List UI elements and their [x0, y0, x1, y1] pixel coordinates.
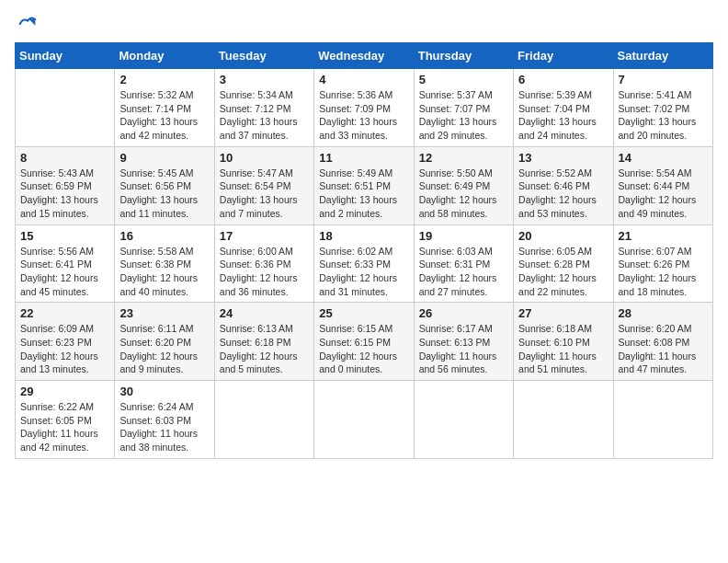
day-info: Sunrise: 6:20 AM Sunset: 6:08 PM Dayligh… — [619, 322, 708, 376]
sunset-text: Sunset: 6:08 PM — [619, 337, 690, 348]
daylight-text: Daylight: 13 hours and 7 minutes. — [220, 194, 298, 219]
day-info: Sunrise: 5:32 AM Sunset: 7:14 PM Dayligh… — [119, 88, 209, 143]
calendar-cell — [414, 381, 513, 459]
calendar-cell: 6 Sunrise: 5:39 AM Sunset: 7:04 PM Dayli… — [514, 69, 613, 147]
sunrise-text: Sunrise: 5:45 AM — [119, 167, 193, 178]
day-info: Sunrise: 6:00 AM Sunset: 6:36 PM Dayligh… — [220, 245, 309, 299]
sunset-text: Sunset: 6:54 PM — [220, 180, 291, 191]
sunrise-text: Sunrise: 6:05 AM — [518, 246, 592, 257]
sunrise-text: Sunrise: 6:03 AM — [419, 246, 493, 257]
calendar-cell: 15 Sunrise: 5:56 AM Sunset: 6:41 PM Dayl… — [16, 224, 115, 303]
calendar-cell: 4 Sunrise: 5:36 AM Sunset: 7:09 PM Dayli… — [314, 69, 414, 147]
page-header — [15, 15, 713, 33]
calendar-cell: 3 Sunrise: 5:34 AM Sunset: 7:12 PM Dayli… — [214, 69, 313, 147]
day-number: 23 — [119, 306, 209, 320]
day-info: Sunrise: 6:15 AM Sunset: 6:15 PM Dayligh… — [319, 322, 408, 376]
sunrise-text: Sunrise: 5:56 AM — [20, 246, 94, 257]
day-info: Sunrise: 5:34 AM Sunset: 7:12 PM Dayligh… — [220, 88, 309, 143]
calendar-cell: 2 Sunrise: 5:32 AM Sunset: 7:14 PM Dayli… — [115, 69, 214, 147]
calendar-cell: 7 Sunrise: 5:41 AM Sunset: 7:02 PM Dayli… — [613, 69, 712, 147]
daylight-text: Daylight: 12 hours and 13 minutes. — [20, 350, 98, 375]
sunset-text: Sunset: 6:59 PM — [20, 180, 92, 191]
calendar-cell: 10 Sunrise: 5:47 AM Sunset: 6:54 PM Dayl… — [214, 146, 313, 224]
sunrise-text: Sunrise: 6:20 AM — [619, 323, 692, 334]
calendar-cell — [613, 381, 712, 459]
day-number: 29 — [20, 385, 109, 398]
daylight-text: Daylight: 13 hours and 2 minutes. — [319, 194, 397, 219]
sunset-text: Sunset: 6:46 PM — [518, 180, 590, 191]
calendar-cell: 27 Sunrise: 6:18 AM Sunset: 6:10 PM Dayl… — [514, 303, 613, 381]
calendar-cell: 17 Sunrise: 6:00 AM Sunset: 6:36 PM Dayl… — [214, 224, 313, 303]
calendar-cell: 28 Sunrise: 6:20 AM Sunset: 6:08 PM Dayl… — [613, 303, 712, 381]
day-info: Sunrise: 5:41 AM Sunset: 7:02 PM Dayligh… — [619, 88, 708, 143]
day-number: 16 — [119, 229, 209, 243]
sunset-text: Sunset: 6:05 PM — [20, 415, 92, 426]
sunrise-text: Sunrise: 6:15 AM — [319, 323, 392, 334]
sunset-text: Sunset: 7:14 PM — [119, 103, 191, 114]
calendar-cell: 23 Sunrise: 6:11 AM Sunset: 6:20 PM Dayl… — [115, 303, 214, 381]
day-of-week-header: Sunday — [16, 43, 115, 69]
day-number: 15 — [20, 229, 109, 243]
day-info: Sunrise: 5:56 AM Sunset: 6:41 PM Dayligh… — [20, 245, 109, 299]
sunset-text: Sunset: 6:44 PM — [619, 180, 690, 191]
sunset-text: Sunset: 6:18 PM — [220, 337, 291, 348]
day-number: 14 — [619, 151, 708, 165]
daylight-text: Daylight: 12 hours and 53 minutes. — [518, 194, 597, 219]
day-info: Sunrise: 6:03 AM Sunset: 6:31 PM Dayligh… — [419, 245, 508, 299]
calendar-cell: 5 Sunrise: 5:37 AM Sunset: 7:07 PM Dayli… — [414, 69, 513, 147]
daylight-text: Daylight: 12 hours and 18 minutes. — [619, 272, 697, 297]
day-info: Sunrise: 5:37 AM Sunset: 7:07 PM Dayligh… — [419, 88, 508, 143]
sunset-text: Sunset: 6:36 PM — [220, 259, 291, 270]
day-info: Sunrise: 5:50 AM Sunset: 6:49 PM Dayligh… — [419, 167, 508, 221]
day-info: Sunrise: 5:52 AM Sunset: 6:46 PM Dayligh… — [518, 167, 608, 221]
day-number: 22 — [20, 306, 109, 320]
daylight-text: Daylight: 12 hours and 27 minutes. — [419, 272, 497, 297]
day-info: Sunrise: 6:13 AM Sunset: 6:18 PM Dayligh… — [220, 322, 309, 376]
calendar-cell: 21 Sunrise: 6:07 AM Sunset: 6:26 PM Dayl… — [613, 224, 712, 303]
sunset-text: Sunset: 6:56 PM — [119, 180, 191, 191]
calendar-week-row: 29 Sunrise: 6:22 AM Sunset: 6:05 PM Dayl… — [16, 381, 713, 459]
calendar-cell: 20 Sunrise: 6:05 AM Sunset: 6:28 PM Dayl… — [514, 224, 613, 303]
sunrise-text: Sunrise: 6:11 AM — [119, 323, 193, 334]
sunrise-text: Sunrise: 6:18 AM — [518, 323, 592, 334]
sunrise-text: Sunrise: 6:17 AM — [419, 323, 493, 334]
day-info: Sunrise: 5:39 AM Sunset: 7:04 PM Dayligh… — [518, 88, 608, 143]
sunset-text: Sunset: 7:09 PM — [319, 103, 391, 114]
calendar-cell: 22 Sunrise: 6:09 AM Sunset: 6:23 PM Dayl… — [16, 303, 115, 381]
sunrise-text: Sunrise: 6:24 AM — [119, 401, 193, 412]
calendar-cell: 9 Sunrise: 5:45 AM Sunset: 6:56 PM Dayli… — [115, 146, 214, 224]
day-of-week-header: Saturday — [613, 43, 712, 69]
daylight-text: Daylight: 13 hours and 29 minutes. — [419, 116, 497, 141]
sunset-text: Sunset: 7:02 PM — [619, 103, 690, 114]
daylight-text: Daylight: 12 hours and 45 minutes. — [20, 272, 98, 297]
calendar-cell: 24 Sunrise: 6:13 AM Sunset: 6:18 PM Dayl… — [214, 303, 313, 381]
calendar-cell: 13 Sunrise: 5:52 AM Sunset: 6:46 PM Dayl… — [514, 146, 613, 224]
calendar-cell: 19 Sunrise: 6:03 AM Sunset: 6:31 PM Dayl… — [414, 224, 513, 303]
sunset-text: Sunset: 6:49 PM — [419, 180, 491, 191]
sunrise-text: Sunrise: 6:13 AM — [220, 323, 293, 334]
sunset-text: Sunset: 6:26 PM — [619, 259, 690, 270]
sunrise-text: Sunrise: 5:52 AM — [518, 167, 592, 178]
daylight-text: Daylight: 12 hours and 58 minutes. — [419, 194, 497, 219]
calendar-cell: 29 Sunrise: 6:22 AM Sunset: 6:05 PM Dayl… — [16, 381, 115, 459]
day-number: 25 — [319, 306, 408, 320]
sunrise-text: Sunrise: 5:50 AM — [419, 167, 493, 178]
day-info: Sunrise: 5:47 AM Sunset: 6:54 PM Dayligh… — [220, 167, 309, 221]
calendar-cell: 8 Sunrise: 5:43 AM Sunset: 6:59 PM Dayli… — [16, 146, 115, 224]
calendar-table: SundayMondayTuesdayWednesdayThursdayFrid… — [15, 42, 713, 459]
calendar-cell — [514, 381, 613, 459]
day-number: 3 — [220, 73, 309, 86]
sunset-text: Sunset: 6:38 PM — [119, 259, 191, 270]
calendar-cell — [214, 381, 313, 459]
sunrise-text: Sunrise: 5:34 AM — [220, 89, 293, 100]
day-info: Sunrise: 5:54 AM Sunset: 6:44 PM Dayligh… — [619, 167, 708, 221]
day-number: 12 — [419, 151, 508, 165]
sunset-text: Sunset: 7:07 PM — [419, 103, 491, 114]
daylight-text: Daylight: 12 hours and 40 minutes. — [119, 272, 198, 297]
day-number: 10 — [220, 151, 309, 165]
calendar-cell: 16 Sunrise: 5:58 AM Sunset: 6:38 PM Dayl… — [115, 224, 214, 303]
sunrise-text: Sunrise: 6:22 AM — [20, 401, 94, 412]
daylight-text: Daylight: 13 hours and 11 minutes. — [119, 194, 198, 219]
sunrise-text: Sunrise: 5:47 AM — [220, 167, 293, 178]
sunrise-text: Sunrise: 6:07 AM — [619, 246, 692, 257]
